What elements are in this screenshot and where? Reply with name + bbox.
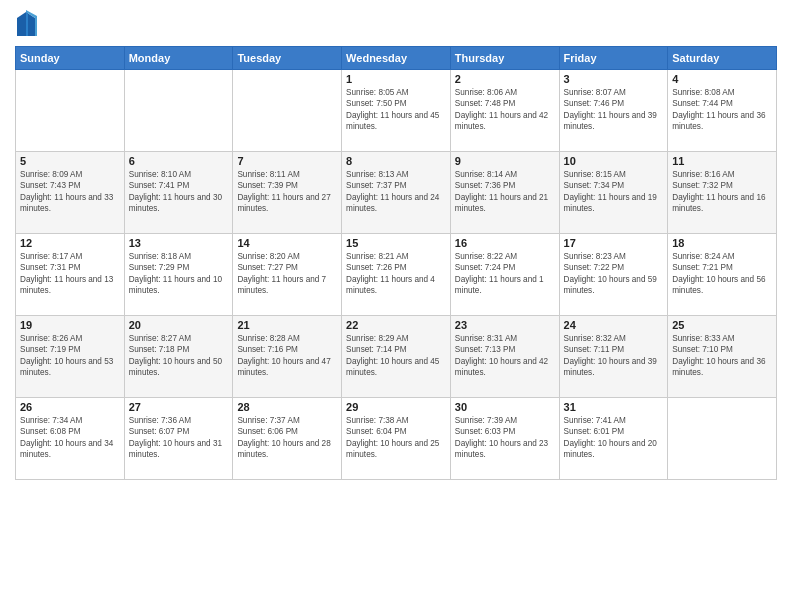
calendar-cell: 24Sunrise: 8:32 AMSunset: 7:11 PMDayligh…	[559, 316, 668, 398]
calendar-cell: 5Sunrise: 8:09 AMSunset: 7:43 PMDaylight…	[16, 152, 125, 234]
day-number: 29	[346, 401, 446, 413]
day-info: Sunrise: 8:18 AMSunset: 7:29 PMDaylight:…	[129, 251, 229, 297]
day-info: Sunrise: 8:29 AMSunset: 7:14 PMDaylight:…	[346, 333, 446, 379]
calendar-cell: 22Sunrise: 8:29 AMSunset: 7:14 PMDayligh…	[342, 316, 451, 398]
day-number: 16	[455, 237, 555, 249]
day-number: 3	[564, 73, 664, 85]
calendar-cell: 21Sunrise: 8:28 AMSunset: 7:16 PMDayligh…	[233, 316, 342, 398]
day-number: 23	[455, 319, 555, 331]
calendar-cell: 19Sunrise: 8:26 AMSunset: 7:19 PMDayligh…	[16, 316, 125, 398]
day-number: 27	[129, 401, 229, 413]
logo-icon	[15, 10, 37, 38]
day-info: Sunrise: 8:07 AMSunset: 7:46 PMDaylight:…	[564, 87, 664, 133]
weekday-tuesday: Tuesday	[233, 47, 342, 70]
day-number: 2	[455, 73, 555, 85]
calendar-cell: 10Sunrise: 8:15 AMSunset: 7:34 PMDayligh…	[559, 152, 668, 234]
weekday-saturday: Saturday	[668, 47, 777, 70]
calendar-cell: 18Sunrise: 8:24 AMSunset: 7:21 PMDayligh…	[668, 234, 777, 316]
day-number: 7	[237, 155, 337, 167]
day-info: Sunrise: 8:16 AMSunset: 7:32 PMDaylight:…	[672, 169, 772, 215]
day-info: Sunrise: 7:38 AMSunset: 6:04 PMDaylight:…	[346, 415, 446, 461]
calendar-cell: 27Sunrise: 7:36 AMSunset: 6:07 PMDayligh…	[124, 398, 233, 480]
day-info: Sunrise: 8:26 AMSunset: 7:19 PMDaylight:…	[20, 333, 120, 379]
day-number: 17	[564, 237, 664, 249]
weekday-friday: Friday	[559, 47, 668, 70]
calendar: SundayMondayTuesdayWednesdayThursdayFrid…	[15, 46, 777, 480]
day-info: Sunrise: 7:36 AMSunset: 6:07 PMDaylight:…	[129, 415, 229, 461]
weekday-wednesday: Wednesday	[342, 47, 451, 70]
calendar-cell	[233, 70, 342, 152]
calendar-cell: 16Sunrise: 8:22 AMSunset: 7:24 PMDayligh…	[450, 234, 559, 316]
day-info: Sunrise: 8:11 AMSunset: 7:39 PMDaylight:…	[237, 169, 337, 215]
day-info: Sunrise: 8:32 AMSunset: 7:11 PMDaylight:…	[564, 333, 664, 379]
calendar-cell: 17Sunrise: 8:23 AMSunset: 7:22 PMDayligh…	[559, 234, 668, 316]
calendar-cell: 8Sunrise: 8:13 AMSunset: 7:37 PMDaylight…	[342, 152, 451, 234]
week-row-5: 26Sunrise: 7:34 AMSunset: 6:08 PMDayligh…	[16, 398, 777, 480]
day-number: 4	[672, 73, 772, 85]
calendar-cell	[668, 398, 777, 480]
day-number: 9	[455, 155, 555, 167]
page: SundayMondayTuesdayWednesdayThursdayFrid…	[0, 0, 792, 612]
day-info: Sunrise: 8:27 AMSunset: 7:18 PMDaylight:…	[129, 333, 229, 379]
calendar-cell: 20Sunrise: 8:27 AMSunset: 7:18 PMDayligh…	[124, 316, 233, 398]
day-info: Sunrise: 7:39 AMSunset: 6:03 PMDaylight:…	[455, 415, 555, 461]
day-info: Sunrise: 8:21 AMSunset: 7:26 PMDaylight:…	[346, 251, 446, 297]
calendar-cell: 15Sunrise: 8:21 AMSunset: 7:26 PMDayligh…	[342, 234, 451, 316]
calendar-cell: 28Sunrise: 7:37 AMSunset: 6:06 PMDayligh…	[233, 398, 342, 480]
day-info: Sunrise: 8:06 AMSunset: 7:48 PMDaylight:…	[455, 87, 555, 133]
day-number: 18	[672, 237, 772, 249]
day-number: 21	[237, 319, 337, 331]
day-number: 13	[129, 237, 229, 249]
week-row-1: 1Sunrise: 8:05 AMSunset: 7:50 PMDaylight…	[16, 70, 777, 152]
week-row-3: 12Sunrise: 8:17 AMSunset: 7:31 PMDayligh…	[16, 234, 777, 316]
day-info: Sunrise: 8:14 AMSunset: 7:36 PMDaylight:…	[455, 169, 555, 215]
calendar-cell: 2Sunrise: 8:06 AMSunset: 7:48 PMDaylight…	[450, 70, 559, 152]
weekday-thursday: Thursday	[450, 47, 559, 70]
calendar-cell: 11Sunrise: 8:16 AMSunset: 7:32 PMDayligh…	[668, 152, 777, 234]
day-info: Sunrise: 8:17 AMSunset: 7:31 PMDaylight:…	[20, 251, 120, 297]
day-number: 30	[455, 401, 555, 413]
day-info: Sunrise: 8:28 AMSunset: 7:16 PMDaylight:…	[237, 333, 337, 379]
calendar-cell: 31Sunrise: 7:41 AMSunset: 6:01 PMDayligh…	[559, 398, 668, 480]
day-info: Sunrise: 8:15 AMSunset: 7:34 PMDaylight:…	[564, 169, 664, 215]
calendar-cell: 13Sunrise: 8:18 AMSunset: 7:29 PMDayligh…	[124, 234, 233, 316]
weekday-header-row: SundayMondayTuesdayWednesdayThursdayFrid…	[16, 47, 777, 70]
day-info: Sunrise: 8:08 AMSunset: 7:44 PMDaylight:…	[672, 87, 772, 133]
day-number: 25	[672, 319, 772, 331]
calendar-cell: 3Sunrise: 8:07 AMSunset: 7:46 PMDaylight…	[559, 70, 668, 152]
calendar-cell: 1Sunrise: 8:05 AMSunset: 7:50 PMDaylight…	[342, 70, 451, 152]
calendar-cell: 29Sunrise: 7:38 AMSunset: 6:04 PMDayligh…	[342, 398, 451, 480]
day-info: Sunrise: 8:10 AMSunset: 7:41 PMDaylight:…	[129, 169, 229, 215]
day-number: 15	[346, 237, 446, 249]
calendar-cell: 26Sunrise: 7:34 AMSunset: 6:08 PMDayligh…	[16, 398, 125, 480]
weekday-monday: Monday	[124, 47, 233, 70]
day-info: Sunrise: 8:33 AMSunset: 7:10 PMDaylight:…	[672, 333, 772, 379]
calendar-cell	[16, 70, 125, 152]
calendar-cell	[124, 70, 233, 152]
calendar-cell: 4Sunrise: 8:08 AMSunset: 7:44 PMDaylight…	[668, 70, 777, 152]
weekday-sunday: Sunday	[16, 47, 125, 70]
day-info: Sunrise: 7:41 AMSunset: 6:01 PMDaylight:…	[564, 415, 664, 461]
calendar-cell: 9Sunrise: 8:14 AMSunset: 7:36 PMDaylight…	[450, 152, 559, 234]
day-info: Sunrise: 8:13 AMSunset: 7:37 PMDaylight:…	[346, 169, 446, 215]
calendar-cell: 7Sunrise: 8:11 AMSunset: 7:39 PMDaylight…	[233, 152, 342, 234]
day-number: 6	[129, 155, 229, 167]
week-row-2: 5Sunrise: 8:09 AMSunset: 7:43 PMDaylight…	[16, 152, 777, 234]
svg-marker-2	[26, 12, 28, 36]
day-info: Sunrise: 7:34 AMSunset: 6:08 PMDaylight:…	[20, 415, 120, 461]
calendar-cell: 6Sunrise: 8:10 AMSunset: 7:41 PMDaylight…	[124, 152, 233, 234]
week-row-4: 19Sunrise: 8:26 AMSunset: 7:19 PMDayligh…	[16, 316, 777, 398]
day-number: 22	[346, 319, 446, 331]
logo	[15, 10, 41, 38]
day-info: Sunrise: 8:23 AMSunset: 7:22 PMDaylight:…	[564, 251, 664, 297]
day-number: 14	[237, 237, 337, 249]
day-number: 1	[346, 73, 446, 85]
day-info: Sunrise: 8:24 AMSunset: 7:21 PMDaylight:…	[672, 251, 772, 297]
day-number: 24	[564, 319, 664, 331]
calendar-cell: 14Sunrise: 8:20 AMSunset: 7:27 PMDayligh…	[233, 234, 342, 316]
day-number: 19	[20, 319, 120, 331]
day-info: Sunrise: 7:37 AMSunset: 6:06 PMDaylight:…	[237, 415, 337, 461]
day-number: 31	[564, 401, 664, 413]
day-number: 28	[237, 401, 337, 413]
day-number: 8	[346, 155, 446, 167]
